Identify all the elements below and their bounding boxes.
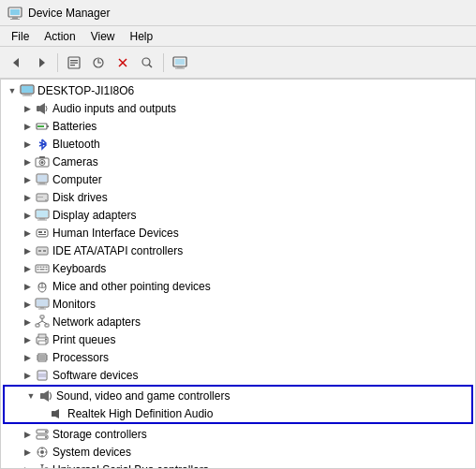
- tree-item-monitors[interactable]: ▶ Monitors: [1, 295, 475, 313]
- svg-point-13: [142, 58, 150, 66]
- tree-item-bluetooth[interactable]: ▶ Bluetooth: [1, 135, 475, 153]
- svg-rect-51: [43, 250, 46, 252]
- update-driver-button[interactable]: [87, 51, 110, 74]
- cameras-icon: [35, 154, 50, 169]
- svg-rect-89: [40, 393, 44, 399]
- hid-label: Human Interface Devices: [52, 227, 179, 240]
- tree-item-system[interactable]: ▶ System devices: [1, 443, 475, 461]
- tree-item-network[interactable]: ▶ Network adapters: [1, 313, 475, 330]
- tree-item-computer[interactable]: ▶ Computer: [1, 170, 475, 188]
- menu-view[interactable]: View: [83, 28, 123, 45]
- svg-rect-27: [47, 125, 49, 127]
- app-icon: [7, 6, 22, 21]
- svg-line-71: [37, 321, 42, 324]
- menu-file[interactable]: File: [4, 28, 37, 45]
- computer-icon: [20, 83, 35, 98]
- svg-marker-104: [40, 464, 44, 467]
- svg-rect-58: [40, 269, 45, 271]
- scan-button[interactable]: [136, 51, 158, 74]
- storage-expand-icon: ▶: [20, 427, 35, 442]
- forward-button[interactable]: [30, 51, 52, 74]
- svg-rect-17: [177, 66, 183, 68]
- sound-expand-icon: ▼: [23, 388, 38, 403]
- network-icon: [35, 315, 50, 330]
- svg-point-98: [40, 450, 44, 454]
- menu-action[interactable]: Action: [37, 28, 82, 45]
- usb-label: Universal Serial Bus controllers: [52, 463, 209, 470]
- back-button[interactable]: [6, 51, 28, 74]
- mice-icon: [35, 279, 50, 294]
- tree-item-audio[interactable]: ▶ Audio inputs and outputs: [1, 99, 475, 117]
- svg-rect-39: [37, 197, 43, 198]
- svg-rect-43: [37, 219, 47, 220]
- svg-rect-34: [39, 183, 45, 184]
- svg-marker-92: [55, 409, 59, 418]
- uninstall-button[interactable]: [112, 51, 134, 74]
- display-label: Display adapters: [52, 209, 136, 222]
- svg-rect-2: [12, 17, 18, 19]
- view-button[interactable]: [169, 51, 191, 74]
- svg-rect-35: [37, 183, 47, 184]
- tree-item-cameras[interactable]: ▶ Cameras: [1, 153, 475, 170]
- audio-label: Audio inputs and outputs: [52, 102, 176, 115]
- properties-button[interactable]: [63, 51, 85, 74]
- svg-point-38: [45, 199, 47, 201]
- hid-icon: [35, 226, 50, 241]
- sound-label: Sound, video and game controllers: [56, 389, 230, 403]
- svg-rect-66: [38, 308, 46, 309]
- tree-item-processors[interactable]: ▶ Processors: [1, 348, 475, 366]
- tree-item-usb[interactable]: ▶ Universal Serial Bus controllers: [1, 461, 475, 469]
- display-expand-icon: ▶: [20, 208, 35, 223]
- tree-item-keyboards[interactable]: ▶ Keyboards: [1, 259, 475, 277]
- usb-icon: [35, 462, 50, 470]
- svg-marker-4: [13, 58, 19, 67]
- svg-rect-7: [70, 60, 78, 61]
- computer-item-icon: [35, 172, 50, 187]
- mice-expand-icon: ▶: [20, 279, 35, 294]
- batteries-icon: [35, 119, 50, 134]
- tree-item-mice[interactable]: ▶ Mice and other pointing devices: [1, 277, 475, 295]
- mice-label: Mice and other pointing devices: [52, 280, 211, 293]
- tree-item-ide[interactable]: ▶ IDE ATA/ATAPI controllers: [1, 242, 475, 259]
- tree-item-software[interactable]: ▶ Software devices: [1, 366, 475, 384]
- tree-item-hid[interactable]: ▶ Human Interface Devices: [1, 224, 475, 242]
- svg-line-14: [149, 65, 152, 67]
- keyboards-expand-icon: ▶: [20, 261, 35, 276]
- print-expand-icon: ▶: [20, 332, 35, 347]
- svg-rect-16: [175, 59, 185, 65]
- tree-root[interactable]: ▼ DESKTOP-JI1I8O6: [1, 81, 475, 99]
- monitors-label: Monitors: [52, 298, 96, 311]
- svg-rect-3: [10, 19, 20, 20]
- keyboards-icon: [35, 261, 50, 276]
- svg-point-95: [45, 431, 47, 432]
- tree-item-storage[interactable]: ▶ Storage controllers: [1, 425, 475, 443]
- highlighted-group: ▼ Sound, video and game controllers: [3, 385, 473, 424]
- svg-rect-74: [38, 334, 46, 338]
- svg-marker-24: [40, 103, 45, 114]
- software-label: Software devices: [52, 369, 138, 382]
- usb-expand-icon: ▶: [20, 462, 35, 470]
- tree-item-print[interactable]: ▶ Print queues: [1, 330, 475, 348]
- processors-expand-icon: ▶: [20, 350, 35, 365]
- tree-item-display[interactable]: ▶ Display adapters: [1, 206, 475, 224]
- menu-help[interactable]: Help: [123, 28, 161, 45]
- svg-rect-9: [70, 65, 75, 66]
- computer-label: Computer: [52, 173, 102, 186]
- svg-marker-5: [39, 58, 45, 67]
- svg-rect-56: [46, 266, 48, 268]
- svg-rect-86: [38, 372, 46, 379]
- tree-item-realtek[interactable]: Realtek High Definition Audio: [5, 404, 471, 422]
- tree-item-batteries[interactable]: ▶ Batteries: [1, 117, 475, 135]
- svg-rect-18: [175, 67, 185, 68]
- svg-rect-21: [24, 94, 30, 95]
- tree-item-disk[interactable]: ▶ Disk drives: [1, 188, 475, 206]
- toolbar: [0, 47, 476, 79]
- batteries-expand-icon: ▶: [20, 119, 35, 134]
- tree-item-sound[interactable]: ▼ Sound, video and game controllers: [5, 387, 471, 404]
- svg-line-72: [42, 321, 47, 324]
- svg-rect-22: [22, 95, 32, 95]
- title-bar: Device Manager: [0, 0, 476, 26]
- device-tree-panel: ▼ DESKTOP-JI1I8O6 ▶ Audio: [0, 79, 476, 469]
- svg-rect-67: [40, 315, 44, 318]
- network-label: Network adapters: [52, 315, 141, 329]
